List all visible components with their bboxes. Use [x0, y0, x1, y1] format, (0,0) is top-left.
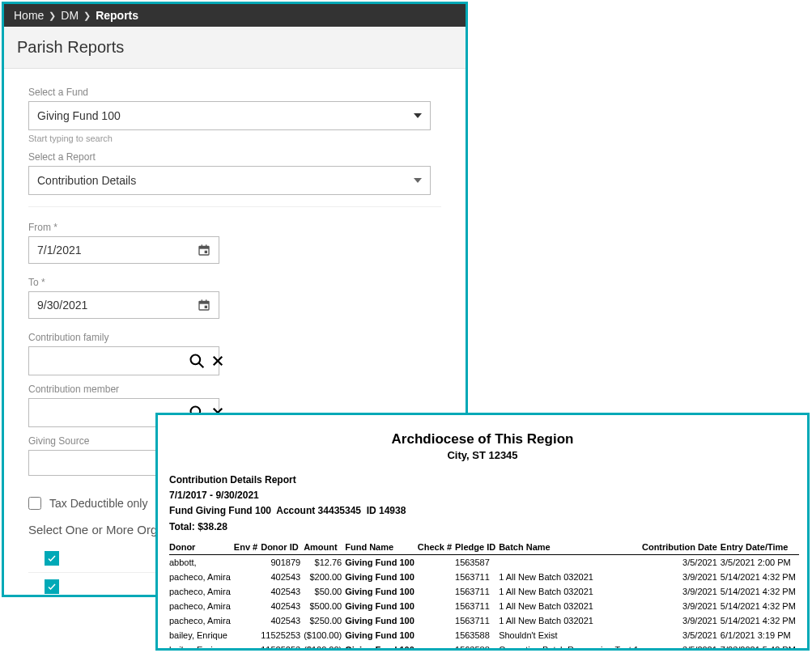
- to-label: To *: [28, 277, 441, 288]
- report-title: Archdiocese of This Region: [169, 431, 796, 447]
- svg-rect-3: [206, 244, 206, 247]
- report-fund-line: Fund Giving Fund 100 Account 34435345 ID…: [169, 503, 796, 519]
- col-donorid: Donor ID: [261, 540, 304, 555]
- col-env: Env #: [234, 540, 261, 555]
- report-select[interactable]: Contribution Details: [28, 166, 431, 195]
- table-row: bailey, Enrique11525253($100.00)Giving F…: [169, 628, 799, 642]
- table-row: bailey, Enrique11525253($100.00)Giving F…: [169, 642, 799, 651]
- clear-icon[interactable]: [208, 351, 227, 371]
- col-pledge: Pledge ID: [455, 540, 499, 555]
- table-row: pacheco, Amira402543$200.00Giving Fund 1…: [169, 570, 799, 584]
- report-daterange: 7/1/2017 - 9/30/2021: [169, 488, 796, 503]
- search-icon[interactable]: [187, 351, 206, 371]
- table-row: pacheco, Amira402543$50.00Giving Fund 10…: [169, 584, 799, 599]
- breadcrumb-dm[interactable]: DM: [61, 9, 79, 22]
- from-date-value: 7/1/2021: [37, 244, 82, 257]
- family-label: Contribution family: [28, 332, 441, 343]
- fund-select-value: Giving Fund 100: [37, 109, 121, 122]
- svg-rect-6: [199, 301, 209, 303]
- svg-rect-7: [202, 299, 202, 302]
- report-select-value: Contribution Details: [37, 174, 136, 187]
- table-row: pacheco, Amira402543$250.00Giving Fund 1…: [169, 613, 799, 628]
- source-input[interactable]: [28, 450, 158, 476]
- col-fund: Fund Name: [345, 540, 418, 555]
- col-check: Check #: [418, 540, 455, 555]
- report-heading: Contribution Details Report: [169, 473, 796, 488]
- to-date-input[interactable]: 9/30/2021: [28, 291, 219, 319]
- tax-deductible-checkbox[interactable]: [28, 497, 41, 510]
- member-label: Contribution member: [28, 384, 441, 395]
- breadcrumb-home[interactable]: Home: [14, 9, 44, 22]
- divider: [28, 206, 441, 207]
- col-batch: Batch Name: [499, 540, 642, 555]
- col-amount: Amount: [304, 540, 345, 555]
- table-row: pacheco, Amira402543$500.00Giving Fund 1…: [169, 599, 799, 613]
- from-date-input[interactable]: 7/1/2021: [28, 236, 219, 264]
- tax-deductible-label: Tax Deductible only: [49, 497, 147, 510]
- to-date-value: 9/30/2021: [37, 299, 87, 312]
- table-row: abbott,901879$12.76Giving Fund 100156358…: [169, 554, 799, 570]
- breadcrumb-reports[interactable]: Reports: [96, 9, 138, 22]
- chevron-right-icon: ❯: [83, 11, 91, 21]
- family-lookup[interactable]: [28, 346, 219, 375]
- svg-rect-2: [202, 244, 202, 247]
- caret-down-icon: [414, 113, 422, 118]
- col-edate: Entry Date/Time: [721, 540, 799, 555]
- svg-rect-9: [205, 306, 207, 308]
- fund-label: Select a Fund: [28, 87, 441, 98]
- report-subtitle: City, ST 12345: [169, 449, 796, 461]
- col-cdate: Contribution Date: [642, 540, 721, 555]
- org-checkbox-checked[interactable]: [45, 551, 59, 566]
- svg-rect-1: [199, 246, 209, 248]
- report-total: Total: $38.28: [169, 519, 796, 535]
- caret-down-icon: [414, 178, 422, 183]
- family-input[interactable]: [29, 348, 187, 374]
- svg-point-10: [191, 355, 201, 365]
- calendar-icon[interactable]: [198, 244, 210, 257]
- svg-rect-4: [205, 251, 207, 253]
- table-header-row: Donor Env # Donor ID Amount Fund Name Ch…: [169, 540, 799, 555]
- org-checkbox-checked[interactable]: [45, 579, 59, 594]
- fund-select[interactable]: Giving Fund 100: [28, 101, 431, 130]
- chevron-right-icon: ❯: [49, 11, 56, 21]
- svg-rect-8: [206, 299, 206, 302]
- calendar-icon[interactable]: [198, 299, 210, 312]
- svg-line-11: [199, 363, 204, 368]
- breadcrumb: Home ❯ DM ❯ Reports: [4, 4, 466, 27]
- page-title: Parish Reports: [4, 27, 466, 69]
- report-label: Select a Report: [28, 151, 441, 163]
- contribution-report-panel: Archdiocese of This Region City, ST 1234…: [155, 413, 810, 651]
- fund-hint: Start typing to search: [28, 134, 441, 143]
- from-label: From *: [28, 222, 441, 233]
- col-donor: Donor: [169, 540, 234, 555]
- report-table: Donor Env # Donor ID Amount Fund Name Ch…: [169, 540, 799, 651]
